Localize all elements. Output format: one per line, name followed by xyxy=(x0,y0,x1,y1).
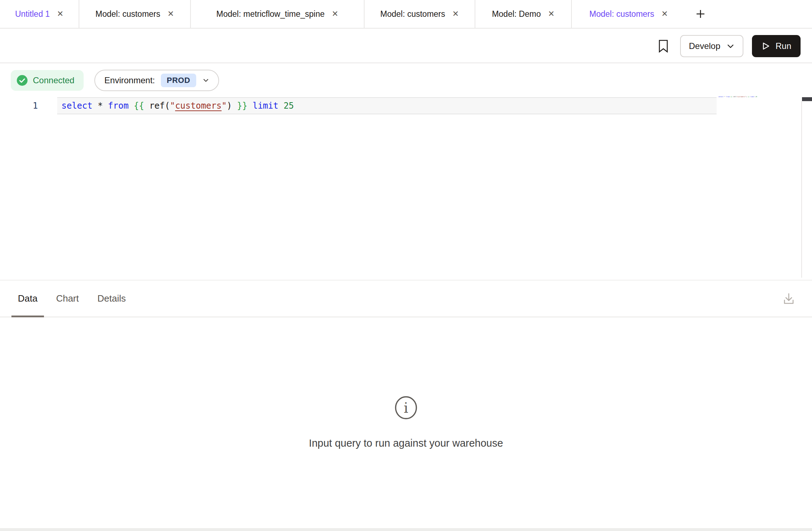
scrollbar-thumb[interactable] xyxy=(802,97,812,101)
connection-status-badge: Connected xyxy=(11,70,84,91)
download-icon xyxy=(781,291,796,306)
tab-model-metricflow-time-spine[interactable]: Model: metricflow_time_spine ✕ xyxy=(191,0,365,28)
code-content[interactable]: select * from {{ ref("customers") }} lim… xyxy=(61,97,294,114)
minimap-token: from xyxy=(726,96,730,98)
line-number: 1 xyxy=(0,97,38,114)
close-icon[interactable]: ✕ xyxy=(332,10,338,18)
minimap-token: * xyxy=(723,96,726,98)
plus-icon xyxy=(695,8,706,20)
close-icon[interactable]: ✕ xyxy=(168,10,174,18)
tab-chart[interactable]: Chart xyxy=(50,281,85,317)
code-token xyxy=(278,101,283,111)
code-token xyxy=(129,101,134,111)
close-icon[interactable]: ✕ xyxy=(57,10,63,18)
minimap-divider xyxy=(801,101,802,278)
tab-model-customers-1[interactable]: Model: customers ✕ xyxy=(79,0,191,28)
new-tab-button[interactable] xyxy=(689,0,712,28)
editor-tab-bar: Untitled 1 ✕ Model: customers ✕ Model: m… xyxy=(0,0,812,29)
tab-label: Model: customers xyxy=(95,9,160,19)
tab-data[interactable]: Data xyxy=(11,281,44,317)
tab-label: Model: customers xyxy=(380,9,445,19)
sql-editor-pane: Connected Environment: PROD 1 select * f… xyxy=(0,64,812,278)
play-icon xyxy=(761,41,771,51)
tab-untitled-1[interactable]: Untitled 1 ✕ xyxy=(0,0,79,28)
tab-model-demo[interactable]: Model: Demo ✕ xyxy=(475,0,572,28)
code-token: limit xyxy=(253,101,278,111)
code-token: " xyxy=(170,101,175,111)
download-button[interactable] xyxy=(781,291,796,306)
develop-label: Develop xyxy=(689,41,720,51)
bottom-edge-strip xyxy=(0,528,812,531)
tab-label: Data xyxy=(18,293,38,304)
tab-label: Details xyxy=(98,293,126,304)
environment-value-badge: PROD xyxy=(161,74,197,87)
run-button[interactable]: Run xyxy=(752,35,801,57)
code-token: " xyxy=(222,101,227,111)
minimap-token: ref( xyxy=(732,96,737,98)
code-token: select xyxy=(61,101,93,111)
check-circle-icon xyxy=(16,75,28,86)
action-toolbar: Develop Run xyxy=(0,29,812,63)
minimap[interactable]: select * from {{ ref("customers") }} lim… xyxy=(718,96,757,98)
chevron-down-icon xyxy=(726,42,735,50)
results-tab-bar: Data Chart Details xyxy=(0,280,812,317)
connected-label: Connected xyxy=(33,75,74,85)
chevron-down-icon xyxy=(202,76,210,84)
active-tab-underline xyxy=(11,316,44,317)
tab-model-customers-2[interactable]: Model: customers ✕ xyxy=(365,0,475,28)
results-panel: i Input query to run against your wareho… xyxy=(0,318,812,528)
tab-label: Chart xyxy=(56,293,79,304)
minimap-token: 25 xyxy=(756,96,757,98)
close-icon[interactable]: ✕ xyxy=(548,10,554,18)
close-icon[interactable]: ✕ xyxy=(452,10,459,18)
dbt-studio-window: Untitled 1 ✕ Model: customers ✕ Model: m… xyxy=(0,0,812,531)
empty-state-message: Input query to run against your warehous… xyxy=(0,437,812,449)
run-label: Run xyxy=(776,41,791,51)
tab-label: Untitled 1 xyxy=(15,9,50,19)
environment-selector[interactable]: Environment: PROD xyxy=(94,70,219,91)
environment-label: Environment: xyxy=(104,75,155,85)
close-icon[interactable]: ✕ xyxy=(662,10,668,18)
code-token: ref( xyxy=(144,101,170,111)
tab-details[interactable]: Details xyxy=(91,281,132,317)
code-token-ref-link[interactable]: customers xyxy=(175,101,222,111)
code-token: }} xyxy=(237,101,247,111)
code-token xyxy=(247,101,252,111)
tab-label: Model: customers xyxy=(589,9,654,19)
tab-label: Model: Demo xyxy=(492,9,541,19)
code-token: ) xyxy=(227,101,237,111)
bookmark-button[interactable] xyxy=(657,39,669,53)
code-editor-line[interactable]: 1 select * from {{ ref("customers") }} l… xyxy=(0,97,812,114)
minimap-token: customers xyxy=(737,96,745,98)
minimap-token: select xyxy=(718,96,723,98)
tab-model-customers-3[interactable]: Model: customers ✕ xyxy=(572,0,685,28)
code-token: {{ xyxy=(134,101,144,111)
minimap-token: limit xyxy=(750,96,754,98)
empty-state: i Input query to run against your wareho… xyxy=(0,396,812,449)
bookmark-icon xyxy=(657,39,669,53)
develop-button[interactable]: Develop xyxy=(680,35,743,57)
tab-label: Model: metricflow_time_spine xyxy=(216,9,325,19)
info-icon: i xyxy=(394,396,418,420)
editor-status-row: Connected Environment: PROD xyxy=(11,70,219,91)
code-token: from xyxy=(108,101,129,111)
code-token: 25 xyxy=(283,101,294,111)
code-token: * xyxy=(93,101,108,111)
svg-text:i: i xyxy=(404,400,409,416)
